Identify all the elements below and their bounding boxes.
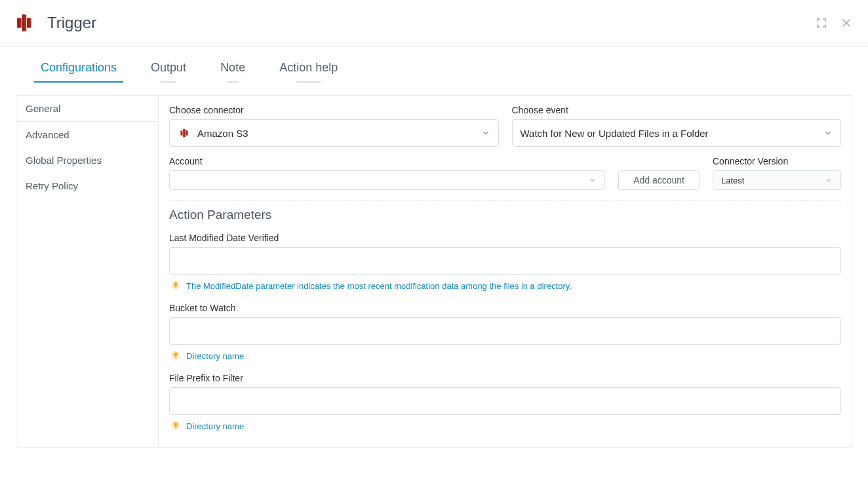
sidebar: General Advanced Global Properties Retry… bbox=[16, 95, 159, 448]
svg-rect-7 bbox=[180, 130, 182, 136]
sidebar-item-retry-policy[interactable]: Retry Policy bbox=[16, 173, 158, 199]
hint-text: The ModifiedDate parameter indicates the… bbox=[186, 281, 572, 291]
param-input-file-prefix[interactable] bbox=[169, 387, 841, 415]
event-value: Watch for New or Updated Files in a Fold… bbox=[521, 128, 709, 139]
svg-rect-3 bbox=[22, 14, 24, 31]
param-label: File Prefix to Filter bbox=[169, 373, 841, 383]
svg-rect-8 bbox=[186, 130, 188, 136]
sidebar-item-general[interactable]: General bbox=[16, 96, 158, 122]
svg-rect-4 bbox=[17, 18, 19, 28]
header-left: Trigger bbox=[13, 12, 96, 34]
param-input-bucket[interactable] bbox=[169, 317, 841, 345]
chevron-down-icon bbox=[589, 176, 597, 184]
tab-label: Note bbox=[220, 61, 245, 74]
param-file-prefix: File Prefix to Filter Directory name bbox=[169, 373, 841, 432]
account-label: Account bbox=[169, 156, 605, 166]
hint-row: Directory name bbox=[169, 420, 841, 432]
add-account-col: Add account bbox=[618, 157, 700, 190]
connector-value: Amazon S3 bbox=[197, 128, 248, 139]
sidebar-item-global-properties[interactable]: Global Properties bbox=[16, 147, 158, 173]
param-input[interactable] bbox=[170, 248, 840, 274]
tab-action-help[interactable]: Action help bbox=[278, 54, 339, 83]
param-input[interactable] bbox=[170, 318, 840, 344]
version-col: Connector Version Latest bbox=[713, 156, 841, 190]
dialog-header: Trigger bbox=[0, 0, 868, 47]
hint-row: Directory name bbox=[169, 350, 841, 362]
hint-row: The ModifiedDate parameter indicates the… bbox=[169, 280, 841, 292]
tab-label: Action help bbox=[279, 61, 338, 74]
main-panel: Choose connector Amazon S3 bbox=[159, 95, 852, 448]
svg-rect-5 bbox=[27, 18, 29, 28]
hint-text: Directory name bbox=[186, 421, 244, 431]
row-account: Account Add account Connector Version La… bbox=[169, 156, 841, 190]
connector-label: Choose connector bbox=[169, 105, 499, 115]
sidebar-item-label: Global Properties bbox=[26, 155, 102, 166]
param-input[interactable] bbox=[170, 388, 840, 414]
section-title: Action Parameters bbox=[169, 208, 841, 222]
param-bucket: Bucket to Watch Directory name bbox=[169, 303, 841, 362]
param-label: Bucket to Watch bbox=[169, 303, 841, 313]
tab-note[interactable]: Note bbox=[219, 54, 247, 83]
lightbulb-icon bbox=[170, 420, 181, 432]
account-col: Account bbox=[169, 156, 605, 190]
event-label: Choose event bbox=[512, 105, 842, 115]
svg-rect-10 bbox=[175, 287, 176, 288]
add-account-button[interactable]: Add account bbox=[618, 170, 700, 190]
param-label: Last Modified Date Verified bbox=[169, 233, 841, 243]
chevron-down-icon bbox=[481, 128, 490, 138]
tab-output[interactable]: Output bbox=[149, 54, 187, 83]
connector-select[interactable]: Amazon S3 bbox=[169, 119, 499, 147]
svg-rect-12 bbox=[175, 357, 176, 358]
sidebar-item-label: Retry Policy bbox=[26, 180, 78, 191]
tab-label: Configurations bbox=[41, 61, 117, 74]
close-icon[interactable] bbox=[840, 17, 852, 29]
sidebar-item-label: General bbox=[26, 103, 60, 114]
version-label: Connector Version bbox=[713, 156, 841, 166]
header-right bbox=[816, 17, 852, 29]
tab-configurations[interactable]: Configurations bbox=[39, 54, 118, 83]
svg-rect-14 bbox=[175, 427, 176, 428]
hint-text: Directory name bbox=[186, 351, 244, 361]
section-divider bbox=[169, 201, 841, 201]
version-value: Latest bbox=[721, 176, 744, 185]
lightbulb-icon bbox=[170, 280, 181, 292]
sidebar-item-label: Advanced bbox=[26, 129, 69, 140]
lightbulb-icon bbox=[170, 350, 181, 362]
tabs: Configurations Output Note Action help bbox=[0, 54, 868, 83]
sidebar-item-advanced[interactable]: Advanced bbox=[16, 122, 158, 147]
chevron-down-icon bbox=[823, 128, 833, 138]
param-input-last-modified[interactable] bbox=[169, 247, 841, 275]
expand-icon[interactable] bbox=[816, 17, 827, 29]
chevron-down-icon bbox=[825, 176, 833, 184]
svg-rect-6 bbox=[183, 129, 186, 138]
param-last-modified: Last Modified Date Verified The Modified… bbox=[169, 233, 841, 292]
content: General Advanced Global Properties Retry… bbox=[0, 83, 868, 455]
connector-col: Choose connector Amazon S3 bbox=[169, 105, 499, 147]
row-connector-event: Choose connector Amazon S3 bbox=[169, 105, 841, 147]
version-select[interactable]: Latest bbox=[713, 170, 841, 190]
account-select[interactable] bbox=[169, 170, 605, 190]
amazon-s3-icon bbox=[178, 126, 191, 140]
dialog-title: Trigger bbox=[47, 14, 96, 32]
tab-label: Output bbox=[151, 61, 186, 74]
trigger-icon bbox=[13, 12, 35, 34]
event-select[interactable]: Watch for New or Updated Files in a Fold… bbox=[512, 119, 842, 147]
event-col: Choose event Watch for New or Updated Fi… bbox=[512, 105, 842, 147]
add-account-label: Add account bbox=[633, 175, 684, 185]
